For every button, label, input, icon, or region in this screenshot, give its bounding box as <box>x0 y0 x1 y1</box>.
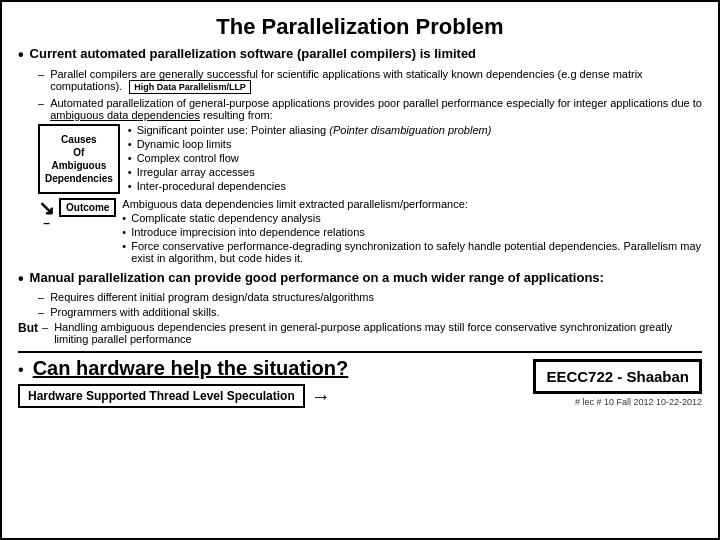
outcome-intro: Ambiguous data dependencies limit extrac… <box>122 198 702 210</box>
outcome-item-3: Force conservative performance-degrading… <box>122 240 702 264</box>
slide: The Parallelization Problem Current auto… <box>10 10 710 530</box>
outcome-section: ↘ – Outcome Ambiguous data dependencies … <box>38 198 702 266</box>
bullet2-sub2: Programmers with additional skills. <box>38 306 702 318</box>
causes-item-5: Inter-procedural dependencies <box>128 180 492 192</box>
outcome-content: Ambiguous data dependencies limit extrac… <box>122 198 702 266</box>
causes-item-3: Complex control flow <box>128 152 492 164</box>
but-row: But – Handling ambiguous dependencies pr… <box>18 321 702 345</box>
causes-item-4: Irregular array accesses <box>128 166 492 178</box>
sub-dash-2: Automated parallelization of general-pur… <box>38 97 702 121</box>
slide-title: The Parallelization Problem <box>18 14 702 40</box>
but-label: But <box>18 321 38 335</box>
bullet-2: Manual parallelization can provide good … <box>18 270 702 288</box>
dash-connector: – <box>43 216 50 230</box>
but-dash: – <box>42 321 48 333</box>
high-data-badge: High Data Parallelism/LLP <box>129 80 251 94</box>
sub-dash-1: Parallel compilers are generally success… <box>38 68 702 94</box>
bullet-1: Current automated parallelization softwa… <box>18 46 702 64</box>
bottom-section: • Can hardware help the situation? Hardw… <box>18 351 702 408</box>
section-2: Manual parallelization can provide good … <box>18 270 702 345</box>
arrow-right-icon: → <box>311 385 331 408</box>
causes-bullets: Significant pointer use: Pointer aliasin… <box>128 124 492 194</box>
outcome-item-2: Introduce imprecision into dependence re… <box>122 226 702 238</box>
bullet-3-dot: • <box>18 361 24 378</box>
outcome-box: Outcome <box>59 198 116 217</box>
causes-item-2: Dynamic loop limits <box>128 138 492 150</box>
outcome-item-1: Complicate static dependency analysis <box>122 212 702 224</box>
diagonal-arrow-icon: ↘ <box>38 198 55 218</box>
causes-box: CausesOfAmbiguousDependencies <box>38 124 120 194</box>
causes-item-1: Significant pointer use: Pointer aliasin… <box>128 124 492 136</box>
footer-text: # lec # 10 Fall 2012 10-22-2012 <box>575 397 702 407</box>
can-hardware-text: Can hardware help the situation? <box>33 357 349 379</box>
bullet2-sub1: Requires different initial program desig… <box>38 291 702 303</box>
bullet-3: • Can hardware help the situation? <box>18 357 523 380</box>
bottom-right: EECC722 - Shaaban # lec # 10 Fall 2012 1… <box>523 359 702 407</box>
but-text: Handling ambiguous dependencies present … <box>54 321 702 345</box>
bottom-left: • Can hardware help the situation? Hardw… <box>18 357 523 408</box>
hw-speculation-badge: Hardware Supported Thread Level Speculat… <box>18 384 305 408</box>
hardware-thread-row: Hardware Supported Thread Level Speculat… <box>18 384 523 408</box>
eecc-badge: EECC722 - Shaaban <box>533 359 702 394</box>
causes-section: CausesOfAmbiguousDependencies Significan… <box>38 124 702 194</box>
